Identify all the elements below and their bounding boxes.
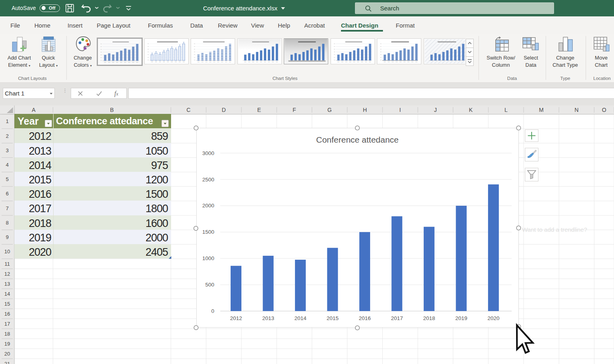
svg-text:2019: 2019 <box>455 315 467 321</box>
svg-text:1500: 1500 <box>202 229 214 235</box>
svg-text:2015: 2015 <box>326 315 338 321</box>
svg-text:G: G <box>327 106 332 113</box>
svg-text:2000: 2000 <box>202 203 214 209</box>
svg-text:13: 13 <box>4 280 10 286</box>
svg-text:Conference attedance: Conference attedance <box>316 135 399 144</box>
svg-text:B: B <box>110 106 114 113</box>
svg-text:6: 6 <box>6 191 8 197</box>
svg-text:15: 15 <box>4 300 10 306</box>
svg-text:2013: 2013 <box>262 315 274 321</box>
svg-text:D: D <box>222 106 226 113</box>
svg-text:19: 19 <box>4 340 10 346</box>
svg-text:3000: 3000 <box>202 150 214 156</box>
svg-text:F: F <box>293 106 296 113</box>
svg-text:5: 5 <box>6 176 8 182</box>
svg-text:C: C <box>187 106 191 113</box>
svg-text:500: 500 <box>205 282 214 288</box>
svg-text:N: N <box>574 106 578 113</box>
svg-text:J: J <box>434 106 437 113</box>
svg-text:0: 0 <box>211 308 214 314</box>
svg-text:2: 2 <box>6 133 8 139</box>
svg-text:4: 4 <box>6 162 8 168</box>
svg-text:12: 12 <box>4 271 10 276</box>
svg-text:A: A <box>32 106 36 113</box>
svg-text:H: H <box>363 106 367 113</box>
svg-text:3: 3 <box>6 147 8 153</box>
svg-text:18: 18 <box>4 330 10 336</box>
svg-text:M: M <box>539 106 544 113</box>
svg-text:E: E <box>257 106 261 113</box>
svg-text:17: 17 <box>4 320 10 326</box>
svg-text:20: 20 <box>4 350 10 356</box>
svg-text:2020: 2020 <box>487 315 499 321</box>
svg-text:14: 14 <box>4 290 10 296</box>
svg-text:1: 1 <box>6 118 8 124</box>
svg-text:2012: 2012 <box>230 315 242 321</box>
svg-text:16: 16 <box>4 310 10 316</box>
svg-text:7: 7 <box>6 205 8 211</box>
svg-text:1000: 1000 <box>202 255 214 261</box>
svg-text:21: 21 <box>4 360 10 364</box>
svg-text:O: O <box>602 106 606 113</box>
svg-text:2014: 2014 <box>294 315 306 321</box>
svg-text:2018: 2018 <box>423 315 435 321</box>
svg-text:2017: 2017 <box>391 315 403 321</box>
svg-text:11: 11 <box>4 261 10 267</box>
svg-text:10: 10 <box>4 249 10 255</box>
svg-text:K: K <box>469 106 473 113</box>
svg-text:8: 8 <box>6 219 8 225</box>
svg-text:L: L <box>504 106 508 113</box>
svg-text:2016: 2016 <box>359 315 371 321</box>
svg-text:9: 9 <box>6 234 8 240</box>
svg-text:I: I <box>399 106 401 113</box>
svg-text:2500: 2500 <box>202 177 214 183</box>
